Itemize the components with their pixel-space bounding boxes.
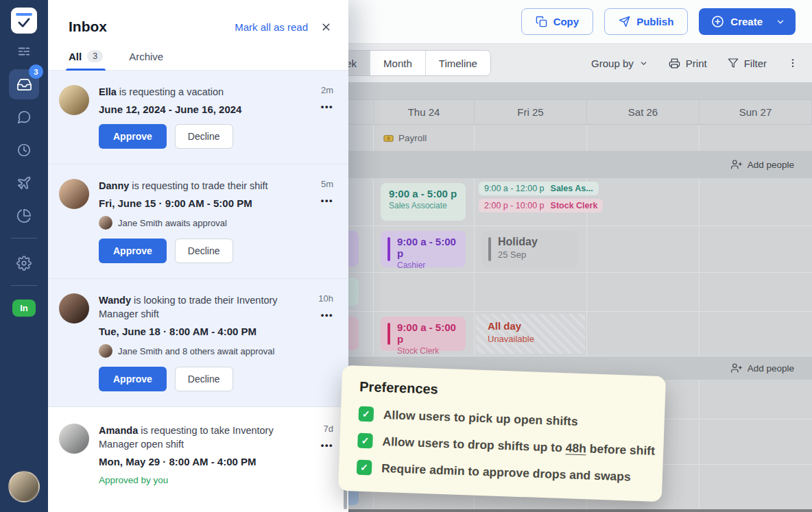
chevron-down-icon[interactable]: [776, 17, 785, 27]
filter-label: Filter: [744, 58, 767, 69]
tab-all[interactable]: All 3: [69, 50, 103, 70]
item-detail: Fri, June 15 · 9:00 AM - 5:00 PM: [99, 197, 300, 209]
decline-button[interactable]: Decline: [175, 367, 233, 391]
approval-status-text: Jane Smith awaits approval: [118, 218, 227, 228]
checkbox-checked-icon[interactable]: ✓: [357, 460, 372, 476]
shift-time: 9:00 a - 5:00 p: [397, 236, 457, 259]
item-detail: Mon, May 29 · 8:00 AM - 4:00 PM: [99, 456, 300, 467]
avatar: [59, 293, 89, 324]
day-header-sat[interactable]: Sat 26: [587, 100, 700, 124]
payroll-label: Payroll: [398, 133, 427, 143]
more-options-icon[interactable]: •••: [310, 310, 333, 320]
shift-card-sales-associate[interactable]: 9:00 a - 5:00 p Sales Associate: [381, 183, 466, 221]
publish-label: Publish: [636, 16, 673, 27]
kebab-menu-icon[interactable]: [787, 58, 798, 69]
inbox-item-wandy[interactable]: Wandy is looking to trade their Inventor…: [48, 279, 348, 407]
tab-all-label: All: [69, 51, 82, 62]
banknote-icon: [383, 133, 394, 143]
inbox-item-ella[interactable]: Ella is requesting a vacation June 12, 2…: [48, 71, 348, 164]
print-button[interactable]: Print: [669, 58, 707, 69]
tab-archive[interactable]: Archive: [129, 51, 163, 70]
checkbox-checked-icon[interactable]: ✓: [358, 406, 374, 422]
sidebar-divider: [11, 285, 37, 286]
logo-calendar-bar: [16, 13, 32, 16]
holiday-title: Holiday: [498, 236, 570, 248]
create-label: Create: [730, 16, 763, 27]
approve-button[interactable]: Approve: [99, 124, 167, 149]
approve-button[interactable]: Approve: [99, 239, 167, 263]
sidebar-item-reports[interactable]: [9, 201, 39, 231]
unavailable-block[interactable]: All day Unavailable: [476, 314, 585, 354]
approval-status-row: Jane Smith and 8 others await approval: [99, 344, 300, 358]
decline-button[interactable]: Decline: [175, 239, 233, 263]
create-button[interactable]: Create: [699, 8, 796, 35]
item-detail: June 12, 2024 - June 16, 2024: [99, 103, 300, 115]
sidebar-item-settings[interactable]: [9, 248, 39, 278]
shift-pill-sales[interactable]: 9:00 a - 12:00 p Sales As...: [479, 182, 599, 195]
add-people-label[interactable]: Add people: [748, 363, 794, 374]
preference-label: Allow users to pick up open shifts: [383, 407, 577, 428]
approved-status-text: Approved by you: [99, 475, 300, 485]
add-people-label[interactable]: Add people: [748, 160, 794, 170]
drop-window-value[interactable]: 48h: [565, 441, 586, 455]
day-header-thu[interactable]: Thu 24: [374, 100, 475, 124]
clock-in-button[interactable]: In: [12, 300, 36, 317]
inbox-item-amanda[interactable]: Amanda is requesting to take Inventory M…: [48, 407, 348, 500]
avatar: [59, 85, 89, 115]
more-options-icon[interactable]: •••: [310, 101, 333, 112]
more-options-icon[interactable]: •••: [310, 440, 333, 450]
view-controls: Group by Print Filter: [591, 44, 812, 82]
sidebar-item-chat[interactable]: [9, 102, 39, 132]
tab-month[interactable]: Month: [370, 51, 425, 75]
app-logo-icon[interactable]: [11, 8, 37, 34]
tab-timeline[interactable]: Timeline: [425, 51, 490, 75]
close-icon[interactable]: [320, 21, 332, 33]
publish-button[interactable]: Publish: [604, 8, 688, 35]
sidebar-item-schedules[interactable]: [9, 36, 39, 66]
item-title: Danny is requesting to trade their shift: [99, 179, 300, 193]
copy-button[interactable]: Copy: [521, 8, 594, 35]
avatar: [99, 344, 112, 358]
sidebar-divider: [11, 238, 37, 239]
item-title: Ella is requesting a vacation: [99, 85, 300, 99]
shift-role: Stock Clerk: [397, 346, 457, 356]
day-header-sun[interactable]: Sun 27: [700, 100, 812, 124]
shift-time: 9:00 a - 12:00 p: [484, 184, 545, 193]
approve-button[interactable]: Approve: [99, 367, 167, 391]
user-avatar[interactable]: [8, 471, 40, 502]
shift-color-bar: [387, 323, 390, 345]
sidebar-item-time-clock[interactable]: [9, 135, 39, 165]
inbox-tray-icon: [16, 77, 32, 93]
shift-card-stock-clerk[interactable]: 9:00 a - 5:00 p Stock Clerk: [381, 317, 466, 351]
avatar: [99, 216, 112, 230]
item-detail: Tue, June 18 · 8:00 AM - 4:00 PM: [99, 326, 300, 337]
shift-card-cashier[interactable]: 9:00 a - 5:00 p Cashier: [381, 231, 466, 267]
group-by-dropdown[interactable]: Group by: [591, 58, 648, 69]
item-title: Amanda is requesting to take Inventory M…: [99, 424, 300, 451]
holiday-date: 25 Sep: [498, 249, 570, 260]
preference-open-shifts: ✓ Allow users to pick up open shifts: [358, 406, 647, 432]
unavailable-allday: All day: [488, 320, 573, 332]
day-header-fri[interactable]: Fri 25: [475, 100, 587, 124]
checkbox-checked-icon[interactable]: ✓: [357, 433, 373, 449]
payroll-event[interactable]: Payroll: [374, 125, 474, 151]
shift-time: 9:00 a - 5:00 p: [389, 188, 457, 199]
inbox-item-danny[interactable]: Danny is requesting to trade their shift…: [48, 164, 348, 279]
holiday-card[interactable]: Holiday 25 Sep: [481, 231, 578, 267]
gear-icon: [16, 256, 32, 271]
sidebar-item-time-off[interactable]: [9, 168, 39, 198]
unavailable-label: Unavailable: [488, 334, 573, 344]
shift-pill-stock[interactable]: 2:00 p - 10:00 p Stock Clerk: [479, 199, 603, 212]
copy-icon: [536, 16, 547, 27]
filter-button[interactable]: Filter: [728, 58, 767, 69]
sidebar-item-inbox[interactable]: 3: [9, 69, 39, 99]
mark-all-read-link[interactable]: Mark all as read: [235, 21, 308, 33]
more-options-icon[interactable]: •••: [310, 195, 333, 206]
item-timestamp: 2m: [310, 85, 333, 95]
approval-status-text: Jane Smith and 8 others await approval: [118, 346, 274, 356]
plus-circle-icon: [711, 15, 724, 28]
preference-label: Require admin to approve drops and swaps: [381, 461, 631, 484]
person-add-icon: [731, 159, 742, 170]
person-add-icon: [731, 363, 742, 374]
decline-button[interactable]: Decline: [175, 124, 233, 149]
